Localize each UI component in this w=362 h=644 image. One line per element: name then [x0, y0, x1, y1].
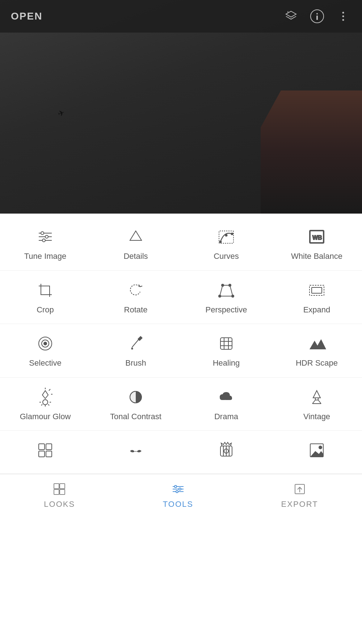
tune-image-tool[interactable]: Tune Image [0, 217, 90, 270]
perspective-tool[interactable]: Perspective [181, 271, 272, 324]
details-tool[interactable]: Details [90, 217, 181, 270]
svg-point-11 [45, 235, 48, 238]
rotate-tool[interactable]: Rotate [90, 271, 181, 324]
svg-marker-13 [130, 231, 142, 240]
looks-nav-icon [53, 483, 66, 497]
svg-point-23 [219, 295, 221, 297]
svg-marker-40 [315, 339, 326, 349]
hdr-scape-tool[interactable]: HDR Scape [272, 324, 362, 377]
svg-marker-54 [313, 391, 320, 398]
svg-point-24 [232, 295, 234, 297]
glamour-glow-tool[interactable]: Glamour Glow [0, 378, 90, 431]
svg-rect-72 [60, 484, 65, 489]
brush-label: Brush [125, 358, 146, 369]
svg-point-4 [342, 12, 344, 14]
drama-tool[interactable]: Drama [181, 378, 272, 431]
svg-rect-21 [41, 286, 50, 295]
svg-point-6 [342, 19, 344, 21]
svg-line-48 [48, 404, 49, 405]
drama-icon [217, 388, 236, 407]
svg-rect-62 [46, 451, 52, 457]
curves-label: Curves [214, 251, 239, 262]
rotate-label: Rotate [124, 305, 148, 315]
svg-rect-55 [315, 398, 318, 400]
looks-icon [36, 441, 55, 460]
crop-tool[interactable]: Crop [0, 271, 90, 324]
frame-icon [307, 441, 326, 460]
brush-tool[interactable]: Brush [90, 324, 181, 377]
healing-icon [217, 334, 236, 353]
face-tool[interactable] [90, 431, 181, 473]
healing-tool[interactable]: Healing [181, 324, 272, 377]
svg-rect-59 [39, 444, 45, 450]
tonal-icon [126, 388, 145, 407]
selective-icon [36, 334, 55, 353]
tonal-contrast-tool[interactable]: Tonal Contrast [90, 378, 181, 431]
tools-row-2: Crop Rotate [0, 271, 362, 324]
svg-rect-73 [54, 489, 59, 494]
svg-point-16 [226, 235, 227, 236]
svg-line-57 [318, 400, 321, 404]
open-button[interactable]: OPEN [11, 10, 42, 22]
svg-rect-74 [60, 489, 65, 494]
brush-icon [126, 334, 145, 353]
svg-point-5 [342, 16, 344, 17]
details-label: Details [123, 251, 148, 262]
expand-icon [307, 281, 326, 300]
crop-icon [36, 281, 55, 300]
svg-line-56 [312, 400, 315, 404]
svg-marker-0 [286, 11, 296, 17]
svg-line-43 [49, 389, 50, 391]
selective-tool[interactable]: Selective [0, 324, 90, 377]
info-icon[interactable] [309, 8, 325, 24]
looks-nav-label: LOOKS [44, 500, 75, 509]
looks-nav-item[interactable]: LOOKS [29, 483, 89, 509]
tonal-contrast-label: Tonal Contrast [110, 412, 161, 422]
svg-point-78 [174, 485, 177, 488]
rotate-icon [126, 281, 145, 300]
svg-rect-71 [54, 484, 59, 489]
glamour-icon [36, 388, 55, 407]
bottom-navigation: LOOKS TOOLS EXPORT [0, 474, 362, 516]
svg-rect-3 [316, 16, 318, 20]
export-nav-item[interactable]: EXPORT [267, 483, 333, 509]
tools-nav-item[interactable]: TOOLS [148, 483, 208, 509]
tune-image-label: Tune Image [24, 251, 67, 262]
bird-decoration: ✈ [56, 108, 66, 119]
svg-point-45 [43, 400, 48, 405]
perspective-icon [217, 281, 236, 300]
face-icon [126, 441, 145, 460]
tools-panel: Tune Image Details [0, 214, 362, 474]
tools-row-4: Glamour Glow Tonal Contrast [0, 378, 362, 431]
svg-rect-61 [39, 451, 45, 457]
selective-label: Selective [29, 358, 61, 369]
curves-tool[interactable]: Curves [181, 217, 272, 270]
svg-rect-34 [220, 338, 232, 349]
vintage-tool[interactable]: Vintage [272, 378, 362, 431]
looks-tool[interactable] [0, 431, 90, 473]
svg-text:WB: WB [312, 235, 322, 241]
frame-tool[interactable] [272, 431, 362, 473]
glamour-glow-label: Glamour Glow [20, 412, 71, 422]
guitar-tool[interactable] [181, 431, 272, 473]
expand-label: Expand [303, 305, 331, 315]
tools-row-3: Selective Brush [0, 324, 362, 378]
svg-point-10 [41, 232, 44, 235]
crop-label: Crop [37, 305, 54, 315]
expand-tool[interactable]: Expand [272, 271, 362, 324]
app-header: OPEN [0, 0, 362, 33]
export-nav-icon [294, 483, 306, 497]
details-icon [126, 227, 145, 246]
svg-point-70 [319, 446, 322, 449]
svg-point-25 [229, 284, 231, 286]
layers-icon[interactable] [283, 8, 299, 24]
vintage-icon [307, 388, 326, 407]
white-balance-tool[interactable]: WB White Balance [272, 217, 362, 270]
svg-rect-60 [46, 444, 52, 450]
hdr-scape-label: HDR Scape [296, 358, 338, 369]
svg-marker-22 [220, 285, 233, 296]
svg-point-15 [220, 241, 222, 243]
more-icon[interactable] [335, 8, 351, 24]
tools-row-5 [0, 431, 362, 474]
tune-icon [36, 227, 55, 246]
